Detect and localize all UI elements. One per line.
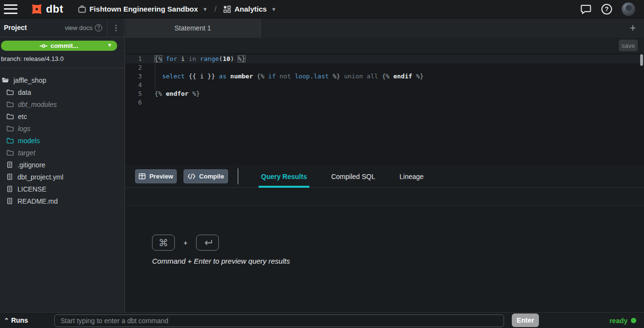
- project-selector[interactable]: Fishtown Engineering Sandbox ▼: [78, 5, 208, 13]
- tree-item-target[interactable]: target: [0, 147, 125, 159]
- code-line-6: 6: [125, 98, 644, 107]
- folder-icon: [6, 149, 14, 156]
- user-avatar[interactable]: [622, 2, 635, 16]
- enter-button[interactable]: Enter: [512, 313, 539, 327]
- code-line-4: 4: [125, 81, 644, 89]
- new-tab-button[interactable]: +: [626, 18, 640, 38]
- status-label: ready: [610, 317, 628, 325]
- table-icon: [138, 173, 146, 180]
- enter-key-icon: [196, 235, 219, 251]
- environment-selector[interactable]: Analytics ▼: [223, 5, 276, 13]
- code-text[interactable]: [149, 98, 154, 107]
- code-text[interactable]: select {{ i }} as number {% if not loop.…: [149, 72, 424, 81]
- file-tree: jaffle_shopdatadbt_modulesetclogsmodelst…: [0, 74, 125, 207]
- top-bar: dbt Fishtown Engineering Sandbox ▼ / Ana…: [0, 0, 644, 18]
- tree-item-label: README.md: [17, 197, 58, 205]
- main-area: Statement 1 + save 1{% for i in range(10…: [125, 18, 644, 312]
- code-text[interactable]: [149, 81, 154, 89]
- breadcrumb-separator: /: [215, 5, 216, 14]
- editor-scrollbar-thumb[interactable]: [640, 54, 643, 66]
- code-editor[interactable]: 1{% for i in range(10) %}23 select {{ i …: [125, 53, 644, 165]
- view-docs-label: view docs: [65, 24, 92, 31]
- dbt-cloud-ide: dbt Fishtown Engineering Sandbox ▼ / Ana…: [0, 0, 644, 328]
- status-dot: [631, 318, 636, 323]
- line-number: 3: [125, 72, 149, 81]
- code-line-1: 1{% for i in range(10) %}: [125, 55, 644, 63]
- tree-item-label: dbt_project.yml: [17, 173, 63, 181]
- results-tab-query-results[interactable]: Query Results: [259, 165, 309, 188]
- environment-selector-label: Analytics: [234, 5, 267, 13]
- grid-icon: [223, 5, 231, 13]
- code-icon: [187, 173, 196, 179]
- line-number: 5: [125, 89, 149, 98]
- tree-item-jaffle-shop[interactable]: jaffle_shop: [0, 74, 125, 86]
- results-panel: Preview Compile Query ResultsCompiled SQ…: [125, 165, 644, 312]
- results-subheader: [125, 188, 644, 206]
- hamburger-menu-icon[interactable]: [4, 4, 17, 15]
- line-number: 2: [125, 63, 149, 72]
- commit-chevron-icon[interactable]: ▼: [107, 42, 112, 48]
- tree-item-label: data: [18, 89, 31, 96]
- dbt-command-input[interactable]: [54, 314, 504, 327]
- tree-item-label: etc: [18, 113, 27, 120]
- tree-item-label: dbt_modules: [18, 101, 57, 108]
- code-line-3: 3 select {{ i }} as number {% if not loo…: [125, 72, 644, 81]
- folder-icon: [6, 89, 14, 96]
- tree-item-etc[interactable]: etc: [0, 110, 125, 122]
- tree-item-logs[interactable]: logs: [0, 122, 125, 134]
- view-docs-link[interactable]: view docs ?: [65, 24, 107, 31]
- tree-item-label: target: [18, 149, 35, 157]
- question-circle-icon: ?: [95, 24, 102, 31]
- code-text[interactable]: [149, 63, 154, 72]
- shortcut-keys: ⌘ +: [152, 235, 219, 251]
- folder-open-icon: [1, 76, 9, 84]
- compile-button-label: Compile: [199, 173, 224, 180]
- tree-item-label: jaffle_shop: [14, 76, 46, 84]
- tree-item--gitignore[interactable]: .gitignore: [0, 159, 125, 171]
- tree-item-data[interactable]: data: [0, 86, 125, 98]
- compile-button[interactable]: Compile: [184, 169, 228, 183]
- editor-tab-bar: Statement 1 +: [125, 18, 644, 38]
- shortcut-hint: Command + Enter to preview query results: [152, 257, 290, 265]
- code-text[interactable]: {% for i in range(10) %}: [149, 55, 245, 63]
- chat-icon[interactable]: [580, 3, 592, 15]
- line-number: 4: [125, 81, 149, 89]
- folder-icon: [6, 137, 14, 144]
- save-button[interactable]: save: [619, 40, 638, 51]
- file-icon: [6, 197, 13, 205]
- runs-label: Runs: [11, 316, 28, 324]
- help-icon[interactable]: ?: [601, 4, 612, 15]
- folder-icon: [6, 113, 14, 120]
- command-key-icon: ⌘: [152, 235, 175, 251]
- runs-toggle[interactable]: ⌃ Runs: [4, 316, 28, 324]
- tree-item-label: models: [18, 137, 40, 145]
- code-text[interactable]: {% endfor %}: [149, 89, 200, 98]
- results-tab-compiled-sql[interactable]: Compiled SQL: [329, 165, 378, 188]
- editor-toolbar: save: [125, 38, 644, 53]
- runs-bar: ⌃ Runs Enter ready: [0, 312, 644, 328]
- tab-statement-1[interactable]: Statement 1: [125, 18, 261, 38]
- chevron-up-icon: ⌃: [4, 317, 9, 324]
- chevron-down-icon: ▼: [271, 6, 276, 12]
- results-toolbar: Preview Compile Query ResultsCompiled SQ…: [125, 165, 644, 188]
- chevron-down-icon: ▼: [202, 6, 208, 12]
- code-line-5: 5{% endfor %}: [125, 89, 644, 98]
- tree-item-dbt-project-yml[interactable]: dbt_project.yml: [0, 171, 125, 183]
- preview-button[interactable]: Preview: [135, 169, 177, 183]
- file-icon: [6, 173, 13, 180]
- commit-button[interactable]: commit... ▼: [1, 41, 117, 51]
- project-selector-label: Fishtown Engineering Sandbox: [90, 5, 198, 13]
- tree-item-license[interactable]: LICENSE: [0, 183, 125, 195]
- tree-item-models[interactable]: models: [0, 134, 125, 147]
- tree-item-readme-md[interactable]: README.md: [0, 195, 125, 207]
- tree-item-label: logs: [18, 125, 31, 133]
- results-tab-lineage[interactable]: Lineage: [397, 165, 426, 188]
- sidebar-divider: [0, 68, 125, 68]
- kebab-menu-icon[interactable]: ⋮: [107, 18, 124, 37]
- tree-item-dbt-modules[interactable]: dbt_modules: [0, 98, 125, 110]
- folder-icon: [6, 125, 14, 132]
- status-indicator: ready: [610, 313, 636, 328]
- dbt-logo[interactable]: dbt: [30, 2, 63, 16]
- dbt-logo-text: dbt: [46, 4, 63, 15]
- sidebar-header: Project view docs ? ⋮: [0, 18, 124, 37]
